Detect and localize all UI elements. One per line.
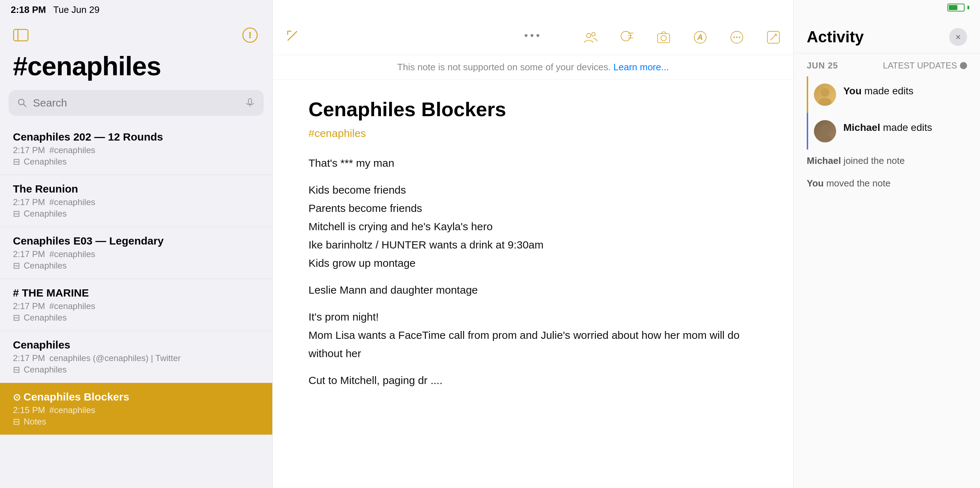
svg-point-19 bbox=[661, 35, 667, 41]
search-icon bbox=[17, 97, 27, 109]
activity-entries: You made edits Michael made edits Michae… bbox=[794, 76, 980, 195]
note-item-folder-name: Cenaphiles bbox=[24, 157, 67, 167]
svg-rect-8 bbox=[248, 99, 252, 104]
note-item-folder: ⊟ Cenaphiles bbox=[13, 365, 259, 375]
comment-icon[interactable] bbox=[727, 28, 746, 47]
note-item-folder-name: Cenaphiles bbox=[24, 261, 67, 271]
note-item-folder-name: Notes bbox=[24, 416, 46, 427]
activity-date: JUN 25 bbox=[807, 60, 838, 71]
note-tag: #cenaphiles bbox=[309, 127, 757, 140]
activity-entry-simple: Michael joined the note bbox=[807, 149, 967, 172]
note-item-time: 2:17 PM bbox=[13, 145, 45, 155]
note-item-time: 2:17 PM bbox=[13, 197, 45, 207]
note-list-item[interactable]: # THE MARINE 2:17 PM #cenaphiles ⊟ Cenap… bbox=[0, 279, 272, 331]
folder-icon: ⊟ bbox=[13, 261, 20, 271]
svg-line-27 bbox=[770, 34, 776, 40]
activity-title: Activity bbox=[807, 28, 864, 46]
note-paragraph: It's prom night!Mom Lisa wants a FaceTim… bbox=[309, 308, 757, 362]
note-item-title: # THE MARINE bbox=[13, 287, 259, 299]
svg-text:A: A bbox=[697, 32, 703, 41]
activity-text: You made edits bbox=[843, 84, 914, 99]
activity-action: made edits bbox=[864, 85, 914, 97]
activity-action: joined the note bbox=[844, 155, 905, 166]
note-paragraph: Leslie Mann and daughter montage bbox=[309, 281, 757, 299]
note-item-title: The Reunion bbox=[13, 183, 259, 195]
activity-date-header: JUN 25 LATEST UPDATES bbox=[794, 53, 980, 76]
svg-point-23 bbox=[733, 36, 735, 38]
main-content: ••• bbox=[273, 0, 794, 488]
microphone-icon[interactable] bbox=[245, 97, 255, 109]
note-item-folder: ⊟ Cenaphiles bbox=[13, 313, 259, 323]
status-time: 2:18 PM bbox=[11, 4, 46, 16]
sidebar-header bbox=[0, 19, 272, 48]
pin-icon: ⊙ bbox=[13, 392, 23, 403]
notes-list: Cenaphiles 202 — 12 Rounds 2:17 PM #cena… bbox=[0, 123, 272, 488]
svg-point-6 bbox=[18, 99, 24, 105]
folder-icon: ⊟ bbox=[13, 313, 20, 323]
note-body: Cenaphiles Blockers #cenaphiles That's *… bbox=[273, 79, 794, 488]
svg-point-4 bbox=[249, 34, 251, 36]
activity-entry-you: You made edits bbox=[807, 76, 967, 113]
note-list-item[interactable]: The Reunion 2:17 PM #cenaphiles ⊟ Cenaph… bbox=[0, 175, 272, 227]
svg-point-3 bbox=[249, 32, 251, 34]
svg-point-24 bbox=[736, 36, 738, 38]
status-date: Tue Jun 29 bbox=[53, 4, 99, 16]
compose-icon[interactable] bbox=[764, 28, 783, 47]
note-list-item[interactable]: ⊙ Cenaphiles Blockers 2:15 PM #cenaphile… bbox=[0, 383, 272, 435]
activity-avatar bbox=[814, 120, 836, 142]
note-list-item[interactable]: Cenaphiles E03 — Legendary 2:17 PM #cena… bbox=[0, 227, 272, 279]
note-item-folder: ⊟ Cenaphiles bbox=[13, 261, 259, 271]
svg-line-10 bbox=[288, 31, 297, 41]
note-item-tag: #cenaphiles bbox=[49, 197, 95, 207]
note-item-tag: #cenaphiles bbox=[49, 145, 95, 155]
folder-name: #cenaphiles bbox=[13, 51, 259, 81]
note-item-folder-name: Cenaphiles bbox=[24, 365, 67, 375]
note-item-tag: #cenaphiles bbox=[49, 249, 95, 259]
activity-entry-simple: You moved the note bbox=[807, 172, 967, 195]
learn-more-link[interactable]: Learn more... bbox=[613, 62, 669, 72]
toolbar-back-button[interactable] bbox=[283, 27, 301, 47]
collaborate-icon[interactable] bbox=[581, 28, 600, 47]
close-activity-button[interactable]: × bbox=[949, 28, 967, 46]
note-content-title: Cenaphiles Blockers bbox=[309, 97, 757, 121]
activity-avatar bbox=[814, 84, 836, 106]
highlight-icon[interactable]: A bbox=[691, 28, 710, 47]
note-item-meta: 2:15 PM #cenaphiles bbox=[13, 405, 259, 415]
unsupported-text: This note is not supported on some of yo… bbox=[397, 62, 611, 72]
svg-point-29 bbox=[819, 98, 832, 106]
note-item-tag: #cenaphiles bbox=[49, 405, 95, 415]
activity-text: Michael made edits bbox=[843, 120, 932, 135]
status-bar: 2:18 PM Tue Jun 29 bbox=[0, 0, 980, 19]
svg-rect-18 bbox=[657, 34, 669, 43]
folder-title: #cenaphiles bbox=[0, 48, 272, 90]
checklist-icon[interactable] bbox=[618, 28, 636, 47]
note-item-time: 2:17 PM bbox=[13, 353, 45, 363]
note-item-title: Cenaphiles E03 — Legendary bbox=[13, 235, 259, 247]
note-list-item[interactable]: Cenaphiles 2:17 PM cenaphiles (@cenaphil… bbox=[0, 331, 272, 383]
latest-updates-label: LATEST UPDATES bbox=[883, 60, 967, 71]
folder-icon: ⊟ bbox=[13, 416, 20, 427]
activity-action: made edits bbox=[883, 122, 932, 133]
svg-line-7 bbox=[23, 104, 26, 107]
folder-icon: ⊟ bbox=[13, 157, 20, 167]
note-item-time: 2:15 PM bbox=[13, 405, 45, 415]
note-item-time: 2:17 PM bbox=[13, 249, 45, 259]
note-list-item[interactable]: Cenaphiles 202 — 12 Rounds 2:17 PM #cena… bbox=[0, 123, 272, 175]
note-item-meta: 2:17 PM #cenaphiles bbox=[13, 145, 259, 155]
sidebar-toggle-icon[interactable] bbox=[13, 28, 32, 42]
search-bar[interactable] bbox=[9, 90, 264, 116]
activity-actor: Michael bbox=[843, 122, 880, 133]
toolbar-actions: A bbox=[581, 28, 783, 47]
unsupported-banner: This note is not supported on some of yo… bbox=[273, 55, 794, 79]
note-item-time: 2:17 PM bbox=[13, 301, 45, 311]
more-options-icon[interactable] bbox=[241, 28, 259, 42]
folder-icon: ⊟ bbox=[13, 209, 20, 219]
sidebar: #cenaphiles Cenaphiles 202 — 12 Rounds 2… bbox=[0, 0, 273, 488]
note-paragraph: Cut to Mitchell, paging dr .... bbox=[309, 371, 757, 389]
note-paragraph: Kids become friendsParents become friend… bbox=[309, 181, 757, 272]
note-item-tag: #cenaphiles bbox=[49, 301, 95, 311]
activity-actor: You bbox=[807, 178, 824, 189]
camera-icon[interactable] bbox=[654, 28, 673, 47]
search-input[interactable] bbox=[33, 97, 239, 109]
note-item-folder-name: Cenaphiles bbox=[24, 313, 67, 323]
